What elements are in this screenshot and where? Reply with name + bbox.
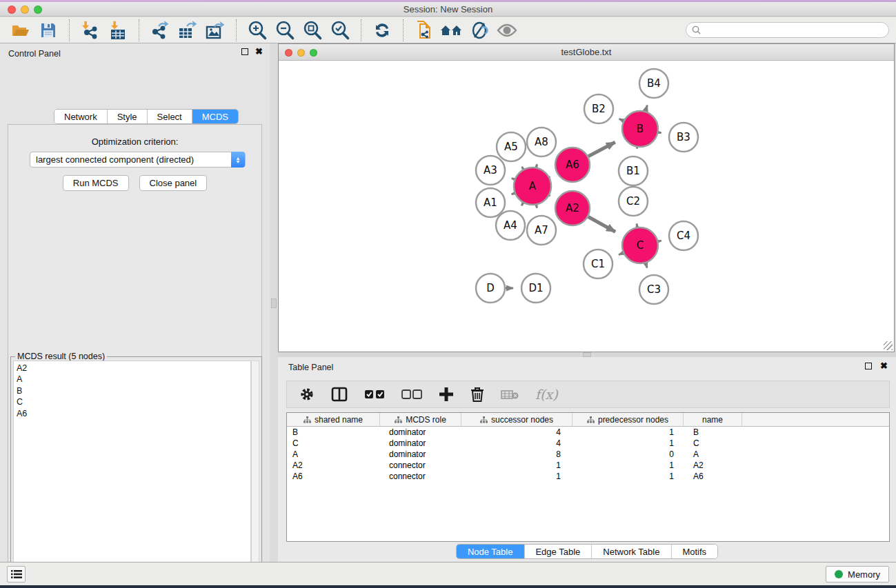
table-row[interactable]: Adominator80A bbox=[287, 449, 889, 460]
table-cell[interactable]: A bbox=[684, 449, 742, 460]
graph-edge-A2-C[interactable] bbox=[588, 217, 615, 232]
zoom-in-button[interactable] bbox=[243, 19, 271, 42]
close-panel-button[interactable]: Close panel bbox=[139, 175, 208, 191]
new-network-from-selection-button[interactable] bbox=[410, 19, 438, 42]
table-cell[interactable]: 8 bbox=[461, 449, 573, 460]
table-cell[interactable]: 4 bbox=[461, 438, 573, 449]
open-folder-button[interactable] bbox=[7, 19, 34, 42]
tab-select[interactable]: Select bbox=[148, 110, 192, 123]
column-header-mcds-role[interactable]: MCDS role bbox=[380, 413, 461, 426]
import-table-button[interactable] bbox=[104, 19, 132, 42]
graph-edge-A-A8[interactable] bbox=[537, 164, 537, 167]
vertical-splitter[interactable] bbox=[270, 43, 278, 562]
zoom-selected-button[interactable] bbox=[326, 19, 354, 42]
graph-edge-A-A3[interactable] bbox=[512, 179, 515, 179]
run-mcds-button[interactable]: Run MCDS bbox=[63, 175, 129, 191]
mcds-result-item[interactable]: B bbox=[17, 385, 250, 396]
float-panel-icon[interactable] bbox=[241, 48, 248, 55]
mcds-result-item[interactable]: A6 bbox=[17, 408, 250, 419]
column-header-name[interactable]: name bbox=[684, 413, 742, 426]
graph-edge-B-B3[interactable] bbox=[659, 132, 661, 133]
graph-edge-B-B4[interactable] bbox=[646, 105, 648, 112]
table-cell[interactable]: 1 bbox=[573, 427, 684, 438]
table-cell[interactable]: 0 bbox=[573, 449, 684, 460]
import-network-button[interactable] bbox=[77, 19, 104, 42]
table-cell[interactable]: A6 bbox=[684, 471, 742, 482]
graph-edge-A-A1[interactable] bbox=[512, 193, 515, 194]
zoom-out-button[interactable] bbox=[271, 19, 299, 42]
table-cell[interactable]: 1 bbox=[573, 460, 684, 471]
table-cell[interactable]: B bbox=[684, 427, 742, 438]
table-cell[interactable]: 1 bbox=[461, 460, 573, 471]
tab-network-table[interactable]: Network Table bbox=[592, 545, 671, 558]
tab-mcds[interactable]: MCDS bbox=[192, 110, 238, 123]
graph-edge-A-A5[interactable] bbox=[522, 167, 524, 169]
mcds-result-list[interactable]: A2ABCA6 bbox=[13, 361, 251, 588]
window-resize-grip[interactable] bbox=[884, 341, 893, 350]
result-list-scrollbar[interactable] bbox=[251, 361, 259, 588]
show-all-button[interactable] bbox=[493, 19, 521, 42]
network-window-titlebar[interactable]: testGlobe.txt bbox=[279, 44, 894, 61]
table-row[interactable]: Cdominator41C bbox=[287, 438, 889, 449]
close-panel-icon[interactable]: ✖ bbox=[255, 48, 263, 55]
table-cell[interactable]: connector bbox=[380, 471, 461, 482]
table-cell[interactable]: dominator bbox=[380, 438, 461, 449]
create-column-button[interactable] bbox=[439, 387, 454, 402]
table-cell[interactable]: 1 bbox=[573, 438, 684, 449]
export-image-button[interactable] bbox=[201, 19, 229, 42]
table-cell[interactable]: C bbox=[287, 438, 380, 449]
table-row[interactable]: A6connector11A6 bbox=[287, 471, 889, 482]
close-table-panel-icon[interactable]: ✖ bbox=[880, 363, 888, 369]
graph-edge-A-A4[interactable] bbox=[521, 203, 523, 205]
graph-edge-B-B2[interactable] bbox=[619, 119, 624, 121]
table-cell[interactable]: C bbox=[684, 438, 742, 449]
mcds-result-item[interactable]: A2 bbox=[17, 363, 250, 374]
table-cell[interactable]: B bbox=[287, 427, 380, 438]
table-row[interactable]: A2connector11A2 bbox=[287, 460, 889, 471]
table-cell[interactable]: A2 bbox=[287, 460, 380, 471]
float-table-panel-icon[interactable] bbox=[865, 363, 872, 369]
vertical-splitter-handle[interactable] bbox=[271, 298, 277, 308]
zoom-fit-button[interactable] bbox=[299, 19, 326, 42]
graph-edge-A6-B[interactable] bbox=[588, 142, 615, 156]
hide-selected-button[interactable] bbox=[466, 19, 493, 42]
column-header-predecessor-nodes[interactable]: predecessor nodes bbox=[573, 413, 684, 426]
task-history-button[interactable] bbox=[7, 566, 26, 582]
table-cell[interactable]: dominator bbox=[380, 427, 461, 438]
table-cell[interactable]: A2 bbox=[684, 460, 742, 471]
table-cell[interactable]: connector bbox=[380, 460, 461, 471]
export-network-button[interactable] bbox=[146, 19, 174, 42]
save-session-button[interactable] bbox=[34, 19, 62, 42]
first-neighbors-button[interactable] bbox=[438, 19, 466, 42]
tab-edge-table[interactable]: Edge Table bbox=[524, 545, 592, 558]
network-canvas[interactable]: B4B2BB3A8A5A6A3B1AC2A1A2A4A7C4CC1DD1C3 bbox=[279, 61, 894, 352]
mcds-result-item[interactable]: C bbox=[17, 396, 250, 407]
memory-button[interactable]: Memory bbox=[826, 566, 889, 582]
select-all-columns-button[interactable] bbox=[364, 389, 385, 400]
graph-edge-C-C4[interactable] bbox=[658, 241, 661, 241]
graph-edge-C-C2[interactable] bbox=[637, 224, 637, 227]
tab-network[interactable]: Network bbox=[54, 110, 108, 123]
table-cell[interactable]: A6 bbox=[287, 471, 380, 482]
main-titlebar[interactable]: Session: New Session bbox=[0, 2, 896, 17]
column-header-successor-nodes[interactable]: successor nodes bbox=[461, 413, 573, 426]
mcds-result-item[interactable]: A bbox=[17, 374, 250, 385]
column-header-shared-name[interactable]: shared name bbox=[287, 413, 380, 426]
tab-style[interactable]: Style bbox=[108, 110, 148, 123]
graph-edge-C-C1[interactable] bbox=[619, 253, 623, 255]
show-columns-button[interactable] bbox=[331, 387, 348, 402]
graph-edge-C-C3[interactable] bbox=[646, 263, 647, 268]
tab-node-table[interactable]: Node Table bbox=[457, 545, 525, 558]
table-row[interactable]: Bdominator41B bbox=[287, 427, 889, 438]
horizontal-splitter-handle[interactable] bbox=[583, 352, 591, 357]
deselect-all-columns-button[interactable] bbox=[401, 389, 422, 400]
table-settings-button[interactable] bbox=[299, 387, 315, 402]
table-cell[interactable]: 1 bbox=[461, 471, 573, 482]
delete-column-button[interactable] bbox=[470, 387, 484, 403]
export-table-button[interactable] bbox=[174, 19, 201, 42]
search-field[interactable] bbox=[686, 22, 889, 38]
table-cell[interactable]: 4 bbox=[461, 427, 573, 438]
graph-edge-A-A7[interactable] bbox=[537, 205, 537, 207]
table-cell[interactable]: 1 bbox=[573, 471, 684, 482]
table-cell[interactable]: A bbox=[287, 449, 380, 460]
